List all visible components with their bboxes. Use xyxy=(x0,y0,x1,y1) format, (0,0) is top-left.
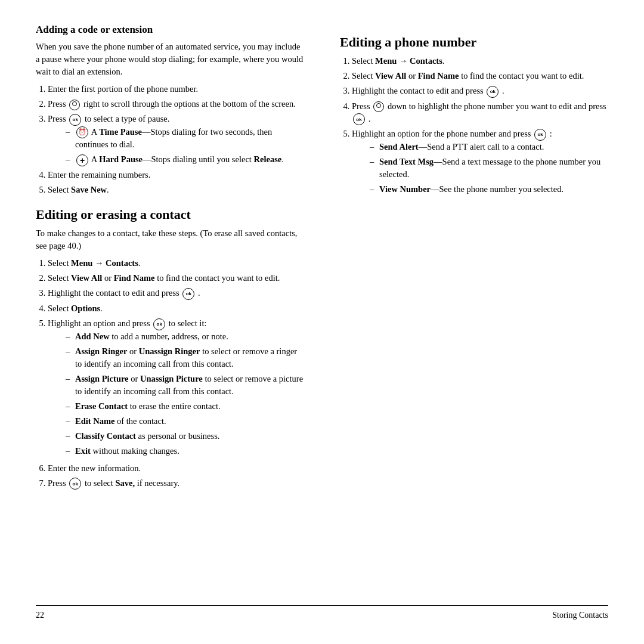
scroll-icon xyxy=(373,101,384,112)
ok-icon xyxy=(69,478,81,490)
list-item: Classify Contact as personal or business… xyxy=(66,430,304,442)
list-item: Highlight an option for the phone number… xyxy=(352,128,608,196)
list-item: Erase Contact to erase the entire contac… xyxy=(66,400,304,413)
list-item: Select Options. xyxy=(48,302,304,315)
scroll-icon xyxy=(69,100,80,110)
section-editing-erasing-intro: To make changes to a contact, take these… xyxy=(36,227,304,252)
pause-list: A Time Pause—Stops dialing for two secon… xyxy=(66,126,304,166)
section-adding-code-intro: When you save the phone number of an aut… xyxy=(36,41,304,78)
ok-icon xyxy=(69,114,81,126)
list-item: Assign Ringer or Unassign Ringer to sele… xyxy=(66,345,304,370)
list-item: Assign Picture or Unassign Picture to se… xyxy=(66,373,304,398)
section-editing-phone-steps: Select Menu → Contacts. Select View All … xyxy=(352,55,608,196)
footer: 22 Storing Contacts xyxy=(36,605,608,620)
list-item: Press to select Save, if necessary. xyxy=(48,477,304,490)
section-editing-erasing-title: Editing or erasing a contact xyxy=(36,207,304,222)
section-adding-code: Adding a code or extension When you save… xyxy=(36,24,304,196)
right-column: Editing a phone number Select Menu → Con… xyxy=(334,24,608,599)
footer-section-name: Storing Contacts xyxy=(552,611,608,620)
list-item: Send Text Msg—Send a text message to the… xyxy=(370,156,608,181)
hard-pause-icon xyxy=(76,154,88,166)
section-editing-phone: Editing a phone number Select Menu → Con… xyxy=(340,35,608,196)
section-editing-erasing: Editing or erasing a contact To make cha… xyxy=(36,207,304,490)
list-item: Press right to scroll through the option… xyxy=(48,98,304,110)
section-editing-phone-title: Editing a phone number xyxy=(340,35,608,50)
list-item: Select Save New. xyxy=(48,184,304,196)
list-item: Enter the remaining numbers. xyxy=(48,169,304,181)
list-item: A Hard Pause—Stops dialing until you sel… xyxy=(66,153,304,166)
list-item: Edit Name of the contact. xyxy=(66,415,304,428)
list-item: Enter the new information. xyxy=(48,462,304,475)
list-item: Select Menu → Contacts. xyxy=(48,257,304,270)
list-item: Highlight the contact to edit and press … xyxy=(48,287,304,300)
footer-page-number: 22 xyxy=(36,611,44,620)
list-item: Add New to add a number, address, or not… xyxy=(66,330,304,343)
left-column: Adding a code or extension When you save… xyxy=(36,24,310,599)
ok-icon xyxy=(182,288,194,300)
list-item: Select Menu → Contacts. xyxy=(352,55,608,67)
section-editing-erasing-steps-after: Enter the new information. Press to sele… xyxy=(48,462,304,490)
ok-icon xyxy=(153,318,165,330)
options-list: Add New to add a number, address, or not… xyxy=(66,330,304,457)
list-item: Select View All or Find Name to find the… xyxy=(48,272,304,284)
list-item: View Number—See the phone number you sel… xyxy=(370,183,608,196)
list-item: A Time Pause—Stops dialing for two secon… xyxy=(66,126,304,151)
section-editing-erasing-steps: Select Menu → Contacts. Select View All … xyxy=(48,257,304,457)
phone-options-list: Send Alert—Send a PTT alert call to a co… xyxy=(370,141,608,196)
list-item: Highlight an option and press to select … xyxy=(48,317,304,457)
list-item: Enter the first portion of the phone num… xyxy=(48,83,304,95)
ok-icon xyxy=(534,129,546,141)
ok-icon xyxy=(487,86,499,98)
list-item: Exit without making changes. xyxy=(66,445,304,457)
section-adding-code-steps: Enter the first portion of the phone num… xyxy=(48,83,304,196)
list-item: Press down to highlight the phone number… xyxy=(352,100,608,126)
content-area: Adding a code or extension When you save… xyxy=(36,24,608,599)
time-pause-icon xyxy=(76,126,88,138)
list-item: Press to select a type of pause. A Time … xyxy=(48,113,304,166)
list-item: Highlight the contact to edit and press … xyxy=(352,85,608,98)
ok-icon xyxy=(353,113,365,125)
section-adding-code-title: Adding a code or extension xyxy=(36,24,304,36)
list-item: Select View All or Find Name to find the… xyxy=(352,70,608,82)
page: Adding a code or extension When you save… xyxy=(0,0,644,644)
list-item: Send Alert—Send a PTT alert call to a co… xyxy=(370,141,608,153)
